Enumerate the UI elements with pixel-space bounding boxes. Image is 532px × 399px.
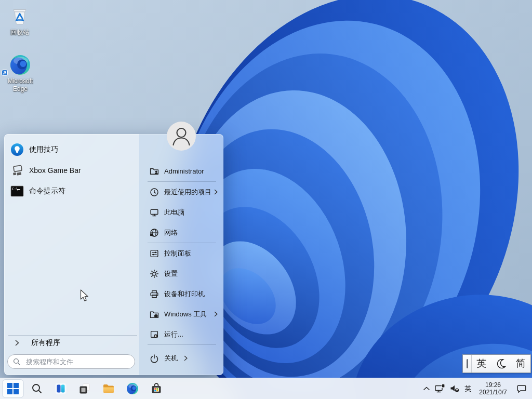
ime-halfwidth-moon-button[interactable] bbox=[491, 358, 511, 369]
tips-icon bbox=[10, 143, 24, 156]
menu-item-label: 运行... bbox=[164, 330, 183, 339]
printer-icon bbox=[150, 289, 159, 299]
tray-notifications-button[interactable] bbox=[516, 383, 527, 394]
power-icon bbox=[150, 354, 159, 363]
desktop-icon-label: 回收站 bbox=[0, 29, 39, 36]
taskbar-edge-button[interactable] bbox=[122, 380, 143, 397]
tray-volume-muted-button[interactable] bbox=[449, 383, 460, 394]
computer-icon bbox=[150, 208, 159, 217]
menu-item-label: 设置 bbox=[164, 269, 178, 278]
tools-folder-icon bbox=[150, 310, 159, 319]
menu-item-label: 网络 bbox=[164, 228, 178, 237]
ime-language-bar: 英 简 bbox=[462, 354, 531, 373]
user-avatar[interactable] bbox=[167, 122, 196, 151]
svg-text:C:\: C:\ bbox=[12, 187, 18, 191]
command-prompt-icon: C:\ bbox=[10, 184, 24, 198]
start-menu-item-tips[interactable]: 使用技巧 bbox=[4, 139, 139, 160]
search-icon bbox=[13, 358, 21, 366]
taskbar: 英 19:26 2021/10/7 bbox=[0, 378, 532, 399]
start-menu-item-recent-items[interactable]: 最近使用的项目 bbox=[139, 182, 223, 202]
network-icon bbox=[434, 383, 446, 394]
run-icon bbox=[150, 330, 159, 339]
ime-drag-handle[interactable] bbox=[463, 359, 471, 368]
start-menu-right-pane: Administrator 最近使用的项目 bbox=[139, 134, 223, 375]
all-programs-label: 所有程序 bbox=[31, 338, 60, 348]
menu-item-label: 最近使用的项目 bbox=[164, 188, 211, 197]
taskbar-widgets-button[interactable] bbox=[50, 380, 71, 397]
all-programs-button[interactable]: 所有程序 bbox=[4, 336, 139, 350]
windows-logo-icon bbox=[7, 383, 19, 394]
start-menu-item-settings[interactable]: 设置 bbox=[139, 263, 223, 284]
user-folder-icon bbox=[150, 167, 159, 176]
xbox-game-bar-icon bbox=[10, 164, 24, 177]
menu-item-label: Xbox Game Bar bbox=[29, 166, 81, 175]
widgets-icon bbox=[55, 383, 66, 394]
edge-icon bbox=[126, 382, 139, 395]
start-menu-item-xbox-game-bar[interactable]: Xbox Game Bar bbox=[4, 160, 139, 181]
chat-bubble-icon bbox=[516, 383, 527, 394]
tray-network-button[interactable] bbox=[434, 383, 446, 394]
tray-show-hidden-icons-button[interactable] bbox=[422, 384, 431, 393]
desktop-icon-microsoft-edge[interactable]: Microsoft Edge bbox=[1, 54, 40, 93]
search-icon bbox=[31, 383, 43, 394]
tray-time: 19:26 bbox=[479, 381, 507, 389]
tray-date: 2021/10/7 bbox=[479, 389, 507, 396]
tray-language-indicator[interactable]: 英 bbox=[463, 384, 473, 393]
taskbar-search-button[interactable] bbox=[26, 380, 47, 397]
volume-muted-icon bbox=[449, 383, 460, 394]
start-search-box[interactable] bbox=[7, 354, 135, 369]
start-menu-item-devices-printers[interactable]: 设备和打印机 bbox=[139, 284, 223, 304]
tray-clock[interactable]: 19:26 2021/10/7 bbox=[476, 381, 510, 396]
taskbar-microsoft-store-button[interactable] bbox=[146, 380, 167, 397]
file-explorer-icon bbox=[102, 382, 115, 395]
task-view-icon bbox=[79, 383, 90, 394]
start-menu-item-this-pc[interactable]: 此电脑 bbox=[139, 202, 223, 222]
start-menu-item-command-prompt[interactable]: C:\ 命令提示符 bbox=[4, 181, 139, 202]
ime-language-button[interactable]: 英 bbox=[472, 357, 491, 370]
submenu-arrow-icon bbox=[214, 311, 218, 317]
start-menu-left-pane: 使用技巧 Xbox Game Bar bbox=[4, 134, 139, 375]
recycle-bin-icon bbox=[0, 5, 39, 27]
start-menu-item-windows-tools[interactable]: Windows 工具 bbox=[139, 304, 223, 324]
menu-item-label: 使用技巧 bbox=[29, 145, 58, 154]
start-menu-item-run[interactable]: 运行... bbox=[139, 324, 223, 344]
taskbar-file-explorer-button[interactable] bbox=[98, 380, 119, 397]
start-menu-item-shut-down[interactable]: 关机 bbox=[139, 348, 223, 368]
network-globe-icon bbox=[150, 228, 159, 237]
shortcut-arrow-icon bbox=[2, 70, 8, 76]
edge-icon bbox=[1, 54, 40, 76]
menu-item-label: 命令提示符 bbox=[29, 187, 65, 196]
start-menu-item-control-panel[interactable]: 控制面板 bbox=[139, 243, 223, 263]
search-input[interactable] bbox=[25, 357, 129, 366]
menu-item-label: Administrator bbox=[164, 167, 204, 175]
taskbar-task-view-button[interactable] bbox=[74, 380, 95, 397]
gear-icon bbox=[150, 269, 159, 278]
desktop-icon-label: Microsoft Edge bbox=[1, 77, 40, 93]
submenu-arrow-icon bbox=[214, 189, 218, 195]
menu-item-label: 控制面板 bbox=[164, 249, 191, 258]
system-tray: 英 19:26 2021/10/7 bbox=[422, 378, 532, 399]
chevron-up-icon bbox=[422, 384, 431, 393]
menu-separator bbox=[148, 344, 216, 345]
menu-item-label: 关机 bbox=[164, 354, 178, 363]
control-panel-icon bbox=[150, 249, 159, 258]
desktop-icon-recycle-bin[interactable]: 回收站 bbox=[0, 5, 39, 36]
clock-icon bbox=[150, 188, 159, 197]
menu-item-label: 设备和打印机 bbox=[164, 289, 205, 299]
start-button[interactable] bbox=[3, 380, 23, 397]
microsoft-store-icon bbox=[150, 382, 163, 395]
start-menu: 使用技巧 Xbox Game Bar bbox=[4, 134, 223, 375]
ime-mode-button[interactable]: 简 bbox=[511, 357, 530, 370]
chevron-right-icon bbox=[15, 340, 20, 346]
start-menu-item-administrator[interactable]: Administrator bbox=[139, 161, 223, 181]
menu-item-label: 此电脑 bbox=[164, 208, 184, 217]
menu-item-label: Windows 工具 bbox=[164, 310, 207, 319]
submenu-arrow-icon bbox=[184, 355, 188, 361]
start-menu-item-network[interactable]: 网络 bbox=[139, 222, 223, 243]
